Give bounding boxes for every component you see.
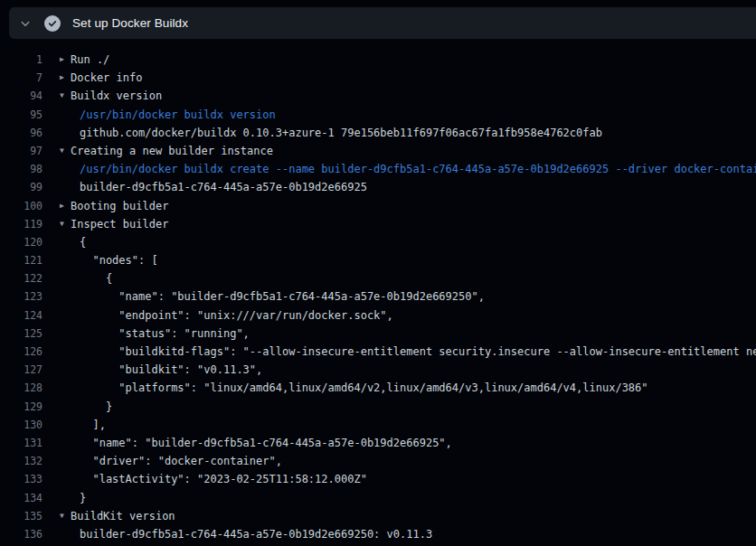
log-line-row: 122 { (0, 269, 756, 287)
line-number[interactable]: 128 (0, 379, 43, 397)
log-text: "status": "running", (80, 325, 250, 343)
line-number[interactable]: 119 (0, 215, 43, 233)
line-number[interactable]: 135 (0, 507, 43, 525)
group-title: Inspect builder (71, 215, 168, 233)
log-group-row[interactable]: 94▼Buildx version (0, 87, 756, 105)
line-number[interactable]: 96 (0, 124, 43, 142)
line-number[interactable]: 1 (0, 51, 43, 69)
line-number[interactable]: 125 (0, 325, 43, 343)
log-line-row: 130 ], (0, 416, 756, 434)
line-number[interactable]: 136 (0, 525, 43, 543)
check-circle-icon (44, 15, 61, 32)
log-group-row[interactable]: 135▼BuildKit version (0, 507, 756, 525)
log-line-row: 127 "buildkit": "v0.11.3", (0, 361, 756, 379)
log-line-row: 132 "driver": "docker-container", (0, 452, 756, 470)
log-text: /usr/bin/docker buildx create --name bui… (80, 160, 756, 178)
log-line-row: 125 "status": "running", (0, 325, 756, 343)
log-line-row: 129 } (0, 398, 756, 416)
line-number[interactable]: 126 (0, 343, 43, 361)
log-line-row: 133 "lastActivity": "2023-02-25T11:58:12… (0, 470, 756, 488)
chevron-down-icon[interactable] (18, 16, 33, 31)
log-text: "buildkit": "v0.11.3", (80, 361, 262, 379)
log-line-row: 126 "buildkitd-flags": "--allow-insecure… (0, 343, 756, 361)
chevron-down-icon[interactable]: ▼ (60, 87, 71, 105)
log-body: 1▶Run ./7▶Docker info94▼Buildx version95… (0, 39, 756, 546)
log-text: "platforms": "linux/amd64,linux/amd64/v2… (80, 379, 648, 397)
line-number[interactable]: 94 (0, 87, 43, 105)
line-number[interactable]: 99 (0, 178, 43, 196)
line-number[interactable]: 130 (0, 416, 43, 434)
line-number[interactable]: 122 (0, 269, 43, 287)
group-title: Creating a new builder instance (71, 142, 273, 160)
step-header[interactable]: Set up Docker Buildx (9, 7, 756, 39)
line-number[interactable]: 123 (0, 287, 43, 306)
log-text: { (80, 269, 112, 287)
log-line-row: 120{ (0, 233, 756, 251)
log-line-row: 134} (0, 489, 756, 507)
line-number[interactable]: 134 (0, 489, 43, 507)
line-number[interactable]: 133 (0, 470, 43, 488)
log-text: "buildkitd-flags": "--allow-insecure-ent… (80, 343, 756, 361)
log-text: "name": "builder-d9cfb5a1-c764-445a-a57e… (80, 287, 485, 306)
log-group-row[interactable]: 100▶Booting builder (0, 197, 756, 215)
chevron-right-icon[interactable]: ▶ (60, 197, 71, 215)
log-text: "lastActivity": "2023-02-25T11:58:12.000… (80, 470, 367, 488)
line-number[interactable]: 97 (0, 142, 43, 160)
chevron-down-icon[interactable]: ▼ (60, 215, 71, 233)
line-number[interactable]: 7 (0, 69, 43, 87)
log-text: } (80, 398, 112, 416)
log-text: builder-d9cfb5a1-c764-445a-a57e-0b19d2e6… (80, 178, 367, 196)
log-text: builder-d9cfb5a1-c764-445a-a57e-0b19d2e6… (80, 525, 432, 543)
log-text: "endpoint": "unix:///var/run/docker.sock… (80, 306, 393, 325)
group-title: Docker info (71, 69, 142, 87)
group-title: Run ./ (71, 51, 109, 69)
log-line-row: 96github.com/docker/buildx 0.10.3+azure-… (0, 124, 756, 142)
log-line-row: 123 "name": "builder-d9cfb5a1-c764-445a-… (0, 287, 756, 306)
line-number[interactable]: 129 (0, 398, 43, 416)
log-text: "driver": "docker-container", (80, 452, 282, 470)
log-text: { (80, 233, 86, 251)
group-title: Buildx version (71, 87, 162, 105)
log-line-row: 99builder-d9cfb5a1-c764-445a-a57e-0b19d2… (0, 178, 756, 196)
chevron-down-icon[interactable]: ▼ (60, 507, 71, 525)
log-text: "name": "builder-d9cfb5a1-c764-445a-a57e… (80, 434, 452, 452)
log-line-row: 124 "endpoint": "unix:///var/run/docker.… (0, 306, 756, 325)
line-number[interactable]: 98 (0, 160, 43, 178)
line-number[interactable]: 127 (0, 361, 43, 379)
step-title: Set up Docker Buildx (72, 16, 188, 30)
log-line-row: 128 "platforms": "linux/amd64,linux/amd6… (0, 379, 756, 397)
line-number[interactable]: 100 (0, 197, 43, 215)
line-number[interactable]: 132 (0, 452, 43, 470)
line-number[interactable]: 131 (0, 434, 43, 452)
log-group-row[interactable]: 7▶Docker info (0, 69, 756, 87)
chevron-right-icon[interactable]: ▶ (60, 51, 71, 69)
log-text: "nodes": [ (80, 251, 158, 269)
log-line-row: 131 "name": "builder-d9cfb5a1-c764-445a-… (0, 434, 756, 452)
log-group-row[interactable]: 1▶Run ./ (0, 51, 756, 69)
chevron-right-icon[interactable]: ▶ (60, 69, 71, 87)
line-number[interactable]: 121 (0, 251, 43, 269)
chevron-down-icon[interactable]: ▼ (60, 142, 71, 160)
log-text: ], (80, 416, 106, 434)
line-number[interactable]: 120 (0, 233, 43, 251)
line-number[interactable]: 95 (0, 106, 43, 124)
log-text: github.com/docker/buildx 0.10.3+azure-1 … (80, 124, 602, 142)
group-title: Booting builder (71, 197, 168, 215)
log-line-row: 95/usr/bin/docker buildx version (0, 106, 756, 124)
log-line-row: 136builder-d9cfb5a1-c764-445a-a57e-0b19d… (0, 525, 756, 543)
log-text: } (80, 489, 86, 507)
group-title: BuildKit version (71, 507, 175, 525)
log-line-row: 121 "nodes": [ (0, 251, 756, 269)
log-group-row[interactable]: 119▼Inspect builder (0, 215, 756, 233)
log-text: /usr/bin/docker buildx version (80, 106, 276, 124)
log-group-row[interactable]: 97▼Creating a new builder instance (0, 142, 756, 160)
log-line-row: 98/usr/bin/docker buildx create --name b… (0, 160, 756, 178)
line-number[interactable]: 124 (0, 306, 43, 325)
